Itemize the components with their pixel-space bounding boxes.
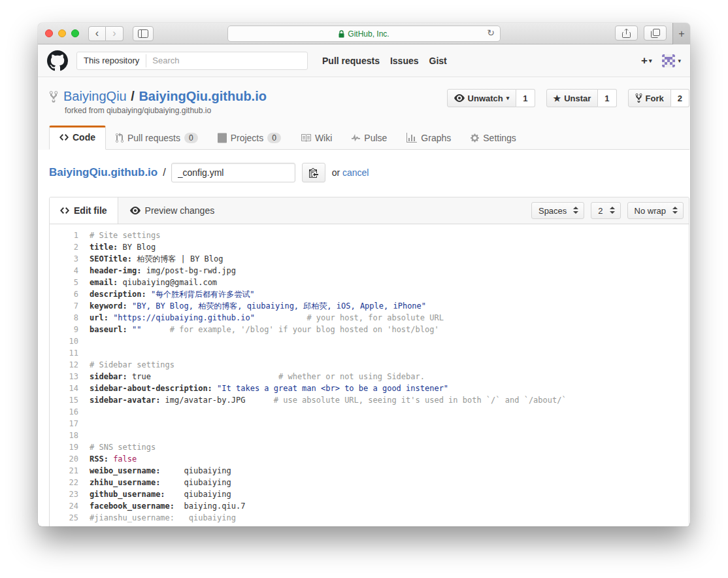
repo-owner-link[interactable]: BaiyingQiu bbox=[63, 89, 127, 103]
nav-issues[interactable]: Issues bbox=[390, 56, 419, 66]
filename-input[interactable] bbox=[171, 163, 295, 182]
code-line[interactable]: 20RSS: false bbox=[50, 453, 689, 465]
tab-settings[interactable]: Settings bbox=[461, 126, 526, 150]
cancel-link[interactable]: cancel bbox=[342, 167, 369, 178]
tab-graphs[interactable]: Graphs bbox=[397, 126, 461, 150]
close-window-button[interactable] bbox=[45, 29, 53, 37]
code-line[interactable]: 9baseurl: "" # for example, '/blog' if y… bbox=[50, 324, 689, 335]
code-line[interactable]: 8url: "https://qiubaiying.github.io" # y… bbox=[50, 312, 689, 324]
tab-preview-changes[interactable]: Preview changes bbox=[118, 197, 227, 224]
nav-pull-requests[interactable]: Pull requests bbox=[322, 56, 380, 66]
code-line[interactable]: 14sidebar-about-description: "It takes a… bbox=[50, 382, 689, 394]
forks-count[interactable]: 2 bbox=[671, 89, 689, 107]
line-number: 11 bbox=[50, 347, 78, 359]
tab-projects[interactable]: Projects 0 bbox=[208, 126, 291, 150]
nav-gist[interactable]: Gist bbox=[429, 56, 447, 66]
watchers-count[interactable]: 1 bbox=[516, 89, 535, 107]
code-text: title: BY Blog bbox=[78, 241, 156, 253]
minimize-window-button[interactable] bbox=[58, 29, 66, 37]
tab-wiki[interactable]: Wiki bbox=[291, 126, 342, 150]
code-line[interactable]: 12# Sidebar settings bbox=[50, 359, 689, 371]
share-button[interactable] bbox=[615, 26, 638, 41]
line-number: 25 bbox=[50, 512, 78, 524]
code-line[interactable]: 18 bbox=[50, 430, 689, 441]
unwatch-button[interactable]: Unwatch ▾ bbox=[447, 89, 517, 107]
tab-overview-button[interactable] bbox=[644, 26, 667, 41]
chevron-down-icon: ▾ bbox=[678, 58, 681, 64]
code-line[interactable]: 1# Site settings bbox=[50, 230, 689, 241]
code-icon bbox=[59, 132, 69, 143]
repo-path-divider: / bbox=[127, 89, 139, 103]
code-text: github_username: qiubaiying bbox=[78, 488, 231, 500]
repo-name-link[interactable]: BaiyingQiu.github.io bbox=[139, 89, 267, 103]
forward-button[interactable]: › bbox=[106, 26, 124, 41]
tab-projects-label: Projects bbox=[231, 133, 264, 143]
tab-wiki-label: Wiki bbox=[315, 133, 332, 143]
tab-pulse[interactable]: Pulse bbox=[342, 126, 397, 150]
code-line[interactable]: 22zhihu_username: qiubaiying bbox=[50, 477, 689, 488]
code-line[interactable]: 13sidebar: true # whether or not using S… bbox=[50, 371, 689, 382]
code-line[interactable]: 3SEOTitle: 柏荧的博客 | BY Blog bbox=[50, 253, 689, 265]
copy-path-button[interactable] bbox=[302, 163, 325, 182]
repo-pagehead: BaiyingQiu / BaiyingQiu.github.io forked… bbox=[38, 77, 690, 150]
user-menu[interactable]: ▾ bbox=[662, 54, 681, 67]
code-text: header-img: img/post-bg-rwd.jpg bbox=[78, 265, 236, 277]
reload-button[interactable]: ↻ bbox=[487, 27, 495, 38]
back-icon: ‹ bbox=[95, 27, 99, 39]
wrap-mode-select[interactable]: No wrap bbox=[627, 202, 684, 219]
code-line[interactable]: 19# SNS settings bbox=[50, 441, 689, 453]
code-text: SEOTitle: 柏荧的博客 | BY Blog bbox=[78, 253, 223, 265]
code-line[interactable]: 7keyword: "BY, BY Blog, 柏荧的博客, qiubaiyin… bbox=[50, 300, 689, 312]
code-text: RSS: false bbox=[78, 453, 137, 465]
tab-pull-requests-label: Pull requests bbox=[127, 133, 180, 143]
code-line[interactable]: 6description: "每个胜利背后都有许多尝试" bbox=[50, 288, 689, 300]
address-bar[interactable]: GitHub, Inc. ↻ bbox=[227, 26, 501, 42]
code-text: url: "https://qiubaiying.github.io" # yo… bbox=[78, 312, 444, 324]
line-number: 3 bbox=[50, 253, 78, 265]
code-line[interactable]: 17 bbox=[50, 418, 689, 430]
breadcrumb-repo-link[interactable]: BaiyingQiu.github.io bbox=[49, 166, 157, 179]
code-line[interactable]: 2title: BY Blog bbox=[50, 241, 689, 253]
watch-button-group: Unwatch ▾ 1 bbox=[447, 89, 535, 107]
select-arrows-icon bbox=[610, 207, 615, 214]
code-text: sidebar: true # whether or not using Sid… bbox=[78, 371, 425, 382]
repo-forked-icon bbox=[635, 93, 642, 103]
code-line[interactable]: 11 bbox=[50, 347, 689, 359]
code-text bbox=[78, 430, 90, 441]
tab-edit-file[interactable]: Edit file bbox=[50, 197, 118, 224]
tab-pull-requests[interactable]: Pull requests 0 bbox=[106, 126, 208, 150]
fork-button-group: Fork 2 bbox=[628, 89, 689, 107]
star-button-group: ★ Unstar 1 bbox=[546, 89, 617, 107]
fork-button[interactable]: Fork bbox=[628, 89, 671, 107]
tab-code[interactable]: Code bbox=[49, 126, 106, 150]
create-new-dropdown[interactable]: + ▾ bbox=[641, 54, 652, 67]
code-line[interactable]: 21weibo_username: qiubaiying bbox=[50, 465, 689, 477]
back-button[interactable]: ‹ bbox=[88, 26, 106, 41]
search-scope-label: This repository bbox=[77, 56, 146, 65]
search-input[interactable] bbox=[146, 56, 307, 65]
code-line[interactable]: 16 bbox=[50, 406, 689, 418]
code-line[interactable]: 4header-img: img/post-bg-rwd.jpg bbox=[50, 265, 689, 277]
github-logo-icon[interactable] bbox=[47, 50, 68, 71]
unwatch-label: Unwatch bbox=[468, 94, 503, 103]
code-editor-area[interactable]: 1# Site settings2title: BY Blog3SEOTitle… bbox=[50, 224, 689, 526]
line-number: 24 bbox=[50, 500, 78, 512]
new-tab-button[interactable]: + bbox=[672, 23, 690, 44]
code-line[interactable]: 10 bbox=[50, 335, 689, 347]
eye-icon bbox=[130, 205, 141, 216]
code-line[interactable]: 15sidebar-avatar: img/avatar-by.JPG # us… bbox=[50, 394, 689, 406]
code-text bbox=[78, 418, 90, 430]
code-line[interactable]: 24facebook_username: baiying.qiu.7 bbox=[50, 500, 689, 512]
indent-mode-select[interactable]: Spaces bbox=[531, 202, 584, 219]
stars-count[interactable]: 1 bbox=[598, 89, 616, 107]
zoom-window-button[interactable] bbox=[71, 29, 79, 37]
code-line[interactable]: 25#jianshu_username: qiubaiying bbox=[50, 512, 689, 524]
code-line[interactable]: 5email: qiubaiying@gmail.com bbox=[50, 277, 689, 288]
chevron-down-icon: ▾ bbox=[649, 58, 652, 64]
repo-title: BaiyingQiu / BaiyingQiu.github.io bbox=[49, 89, 267, 104]
indent-size-select[interactable]: 2 bbox=[591, 202, 620, 219]
gear-icon bbox=[471, 133, 479, 143]
sidebar-toggle-button[interactable] bbox=[133, 26, 154, 41]
unstar-button[interactable]: ★ Unstar bbox=[546, 89, 599, 107]
code-line[interactable]: 23github_username: qiubaiying bbox=[50, 488, 689, 500]
